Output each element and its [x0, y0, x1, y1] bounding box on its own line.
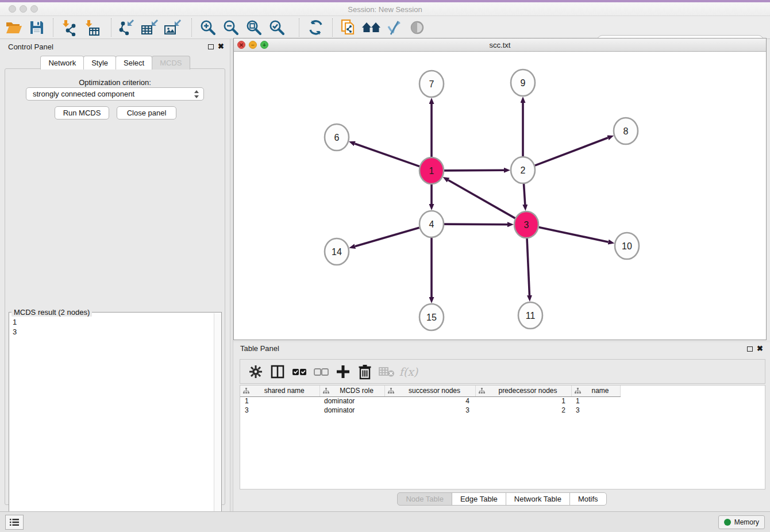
zoom-in-button[interactable]: [197, 17, 220, 38]
edge-3-11[interactable]: [527, 238, 529, 295]
table-row[interactable]: 1dominator411: [240, 396, 620, 406]
delete-table-icon: [378, 365, 395, 378]
network-window-titlebar[interactable]: ✕ − + scc.txt: [234, 38, 766, 52]
svg-text:1: 1: [429, 166, 434, 176]
edge-3-1[interactable]: [448, 180, 515, 218]
task-history-button[interactable]: [5, 515, 24, 530]
tab-style[interactable]: Style: [83, 56, 116, 70]
export-table-button[interactable]: [138, 17, 161, 38]
save-session-icon: [29, 20, 45, 36]
split-columns-button[interactable]: [267, 361, 288, 382]
toolbar-group: [57, 16, 103, 39]
memory-button[interactable]: Memory: [718, 515, 765, 529]
table-row[interactable]: 3dominator323: [240, 406, 620, 415]
eye-button[interactable]: [406, 17, 429, 38]
graph-node-4[interactable]: 4: [419, 211, 444, 237]
cell-MCDS-role[interactable]: dominator: [319, 406, 384, 415]
cell-shared-name[interactable]: 1: [240, 396, 319, 406]
tab-select[interactable]: Select: [116, 56, 152, 70]
edge-1-6[interactable]: [355, 144, 419, 167]
titlebar[interactable]: Session: New Session: [0, 2, 770, 16]
cell-name[interactable]: 3: [571, 406, 620, 415]
delete-column-button[interactable]: [354, 361, 376, 382]
graph-node-14[interactable]: 14: [325, 238, 349, 265]
graph-node-6[interactable]: 6: [325, 124, 349, 151]
column-header-predecessor-nodes[interactable]: predecessor nodes: [475, 385, 571, 396]
home-button[interactable]: [360, 17, 383, 38]
control-panel-title: Control Panel: [8, 43, 53, 51]
svg-text:9: 9: [521, 78, 526, 88]
table-tabs: Node TableEdge TableNetwork TableMotifs: [233, 492, 770, 506]
graph-node-11[interactable]: 11: [518, 302, 542, 329]
tab-network[interactable]: Network: [40, 56, 84, 70]
toolbar-separator: [191, 18, 192, 37]
save-session-button[interactable]: [25, 17, 48, 38]
network-graph[interactable]: 1234678910111415: [234, 52, 766, 340]
cell-name[interactable]: 1: [571, 396, 620, 406]
result-scrollbar[interactable]: [214, 313, 221, 529]
import-table-button[interactable]: [80, 17, 103, 38]
float-panel-icon[interactable]: [208, 44, 214, 49]
select-all-checks-button[interactable]: [288, 361, 310, 382]
table-float-icon[interactable]: [747, 346, 753, 352]
column-header-shared-name[interactable]: shared name: [240, 385, 319, 396]
network-canvas[interactable]: 1234678910111415: [234, 52, 766, 340]
close-panel-icon[interactable]: ✖: [218, 42, 224, 51]
export-image-icon: [163, 19, 182, 36]
toolbar-separator: [332, 18, 333, 37]
edge-4-3[interactable]: [444, 224, 507, 225]
graph-node-7[interactable]: 7: [419, 71, 444, 97]
graph-node-2[interactable]: 2: [511, 157, 535, 183]
zoom-selected-icon: [268, 19, 286, 36]
graph-node-8[interactable]: 8: [614, 118, 638, 144]
edge-3-10[interactable]: [539, 228, 609, 242]
tab-mcds[interactable]: MCDS: [152, 56, 190, 70]
export-network-button[interactable]: [115, 17, 138, 38]
mcds-result-text[interactable]: 1 3: [9, 315, 213, 529]
cell-predecessor-nodes[interactable]: 2: [475, 406, 571, 415]
close-panel-button[interactable]: Close panel: [117, 106, 176, 119]
zoom-selected-button[interactable]: [265, 17, 288, 38]
clear-checks-button[interactable]: [310, 361, 332, 382]
tab-node-table[interactable]: Node Table: [397, 492, 452, 506]
graph-node-10[interactable]: 10: [615, 233, 639, 259]
cell-shared-name[interactable]: 3: [240, 406, 319, 415]
cell-successor-nodes[interactable]: 4: [384, 396, 475, 406]
edge-4-14[interactable]: [355, 228, 419, 246]
node-table[interactable]: shared nameMCDS rolesuccessor nodesprede…: [240, 385, 765, 489]
clone-network-button[interactable]: [337, 17, 360, 38]
add-column-button[interactable]: [332, 361, 354, 382]
tab-network-table[interactable]: Network Table: [506, 492, 570, 506]
edge-2-8[interactable]: [535, 138, 608, 165]
tab-motifs[interactable]: Motifs: [569, 492, 607, 506]
open-file-button[interactable]: [2, 17, 25, 38]
table-close-icon[interactable]: ✖: [757, 344, 763, 353]
edge-2-3[interactable]: [524, 184, 525, 205]
run-mcds-button[interactable]: Run MCDS: [55, 106, 109, 119]
cell-successor-nodes[interactable]: 3: [384, 406, 475, 415]
svg-text:11: 11: [526, 311, 536, 321]
table-toolbar: f(x): [240, 359, 765, 384]
eye-icon: [409, 20, 425, 36]
cell-MCDS-role[interactable]: dominator: [319, 396, 384, 406]
zoom-out-button[interactable]: [220, 17, 242, 38]
select-all-checks-icon: [291, 364, 307, 379]
gear-button[interactable]: [245, 361, 267, 382]
hide-graphics-button[interactable]: [383, 17, 406, 38]
graph-node-1[interactable]: 1: [419, 157, 444, 184]
graph-node-15[interactable]: 15: [419, 304, 444, 330]
refresh-button[interactable]: [305, 17, 328, 38]
mcds-panel: Optimization criterion: strongly connect…: [5, 68, 225, 505]
criterion-select[interactable]: strongly connected component: [26, 87, 204, 101]
column-header-name[interactable]: name: [571, 385, 620, 396]
zoom-fit-button[interactable]: [242, 17, 265, 38]
graph-node-9[interactable]: 9: [511, 70, 535, 96]
import-network-button[interactable]: [57, 17, 80, 38]
edge-1-2[interactable]: [444, 170, 504, 171]
graph-node-3[interactable]: 3: [514, 211, 538, 238]
tab-edge-table[interactable]: Edge Table: [452, 492, 506, 506]
export-image-button[interactable]: [161, 17, 184, 38]
column-header-successor-nodes[interactable]: successor nodes: [384, 385, 475, 396]
cell-predecessor-nodes[interactable]: 1: [475, 396, 571, 406]
column-header-MCDS-role[interactable]: MCDS role: [319, 385, 384, 396]
